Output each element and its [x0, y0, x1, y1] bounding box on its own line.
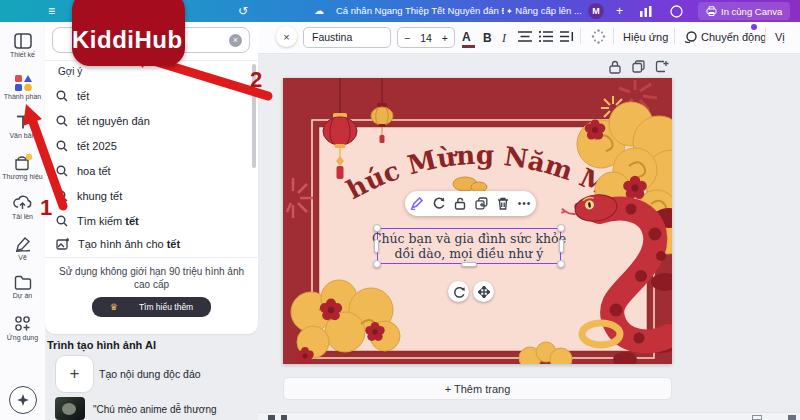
magic-star-icon — [16, 393, 30, 407]
align-button[interactable] — [518, 31, 532, 42]
add-page-button[interactable]: + Thêm trang — [283, 377, 672, 400]
effects-button[interactable]: Hiệu ứng — [623, 31, 668, 43]
sidebar-item-brand[interactable]: Thương hiệu — [0, 153, 45, 180]
pen-icon — [14, 236, 32, 252]
clock-icon[interactable] — [670, 5, 683, 18]
menu-icon[interactable]: ≡ — [48, 0, 55, 22]
timer-icon[interactable] — [281, 415, 287, 420]
suggestions-header: Gợi ý — [58, 66, 82, 77]
generate-image-row[interactable]: Tạo hình ảnh cho tết — [50, 232, 252, 255]
italic-button[interactable]: I — [502, 28, 506, 48]
color-swatch — [462, 45, 475, 48]
animate-icon[interactable] — [684, 30, 697, 43]
undo-icon[interactable]: ↺ — [238, 0, 248, 22]
clear-search-icon[interactable]: × — [229, 34, 242, 47]
more-options-icon[interactable]: ••• — [518, 199, 532, 209]
bottom-bar — [258, 412, 800, 420]
design-icon — [14, 33, 32, 49]
ai-generator-header: Trình tạo hình ảnh AI — [47, 339, 156, 351]
learn-more-button[interactable]: ♛Tìm hiểu thêm — [45, 296, 258, 317]
duplicate-icon[interactable] — [475, 197, 488, 210]
font-size-minus[interactable]: − — [404, 32, 410, 44]
upgrade-button[interactable]: ✦ Nâng cấp lên ... — [506, 0, 582, 23]
lock-page-icon[interactable] — [609, 60, 621, 74]
sidebar-item-projects[interactable]: Dự án — [0, 275, 45, 299]
promo-line1: Sử dụng không giới hạn 90 triệu hình ảnh — [45, 266, 258, 277]
document-title[interactable]: Cá nhân Ngang Thiệp Tết Nguyên đán Đỏ ..… — [336, 0, 504, 22]
suggestion-hoa-tet[interactable]: hoa tết — [50, 159, 252, 182]
bold-button[interactable]: B — [483, 28, 492, 48]
toolbar-separator — [765, 28, 766, 44]
brand-icon — [13, 153, 33, 171]
add-member-icon[interactable]: + — [616, 0, 623, 22]
printer-icon — [706, 6, 717, 16]
sidebar-item-apps[interactable]: Ứng dụng — [0, 315, 45, 341]
print-button[interactable]: In cùng Canva — [698, 2, 790, 20]
ai-prompt-caption: "Chú mèo anime dễ thương — [93, 404, 217, 415]
rotate-button[interactable] — [448, 281, 469, 302]
kiddihub-watermark: KiddiHub — [72, 0, 185, 66]
suggestion-tet-2025[interactable]: tết 2025 — [50, 134, 252, 157]
app-window: ≡ ↺ ☁ Cá nhân Ngang Thiệp Tết Nguyên đán… — [0, 0, 800, 420]
sidebar-item-design[interactable]: Thiết kế — [0, 33, 45, 58]
chart-icon[interactable] — [640, 6, 652, 17]
resize-handle-w[interactable] — [374, 239, 379, 253]
move-icon — [478, 286, 490, 298]
ai-cat-thumbnail[interactable] — [55, 397, 85, 420]
search-icon — [56, 115, 68, 127]
font-size-plus[interactable]: + — [442, 32, 448, 44]
pages-icon[interactable] — [788, 415, 796, 420]
zoom-control[interactable] — [752, 415, 762, 420]
sidebar-item-text[interactable]: Văn bản — [0, 114, 45, 139]
font-family-select[interactable]: Faustina — [303, 27, 391, 48]
position-button[interactable]: Vị — [775, 31, 785, 43]
duplicate-page-icon[interactable] — [632, 60, 645, 73]
magic-edit-icon[interactable] — [410, 197, 423, 210]
sidebar-item-elements[interactable]: Thành phần — [0, 74, 45, 100]
replace-icon[interactable] — [432, 197, 445, 210]
resize-handle-sw[interactable] — [373, 260, 381, 268]
bullet-list-button[interactable] — [539, 31, 553, 42]
resize-handle-se[interactable] — [557, 260, 565, 268]
font-size-stepper[interactable]: − 14 + — [397, 27, 455, 48]
move-button[interactable] — [473, 281, 494, 302]
magic-effects-icon[interactable] — [591, 29, 606, 44]
image-generate-icon — [56, 238, 69, 250]
spacing-button[interactable] — [560, 31, 574, 42]
panel-divider — [45, 257, 258, 258]
sidebar: Thiết kế Thành phần Văn bản Thương hiệu — [0, 22, 46, 420]
element-toolbar: ••• — [405, 191, 536, 216]
suggestion-tet-nguyen-dan[interactable]: tết nguyên đán — [50, 109, 252, 132]
add-page-icon[interactable] — [655, 60, 669, 73]
delete-icon[interactable] — [497, 197, 509, 210]
search-for-tet-row[interactable]: Tìm kiếm tết — [50, 209, 252, 232]
apps-icon — [14, 315, 31, 332]
resize-handle-nw[interactable] — [373, 224, 381, 232]
create-unique-content-button[interactable]: + — [55, 355, 94, 393]
animate-button[interactable]: Chuyển động — [701, 31, 766, 43]
design-canvas-page[interactable]: Chúc Mừng Năm Mới — [283, 78, 672, 364]
resize-handle-ne[interactable] — [557, 224, 565, 232]
sidebar-item-uploads[interactable]: Tải lên — [0, 195, 45, 220]
crown-icon: ♛ — [101, 300, 127, 315]
notes-icon[interactable] — [268, 415, 275, 420]
panel-scrollbar[interactable] — [252, 64, 256, 168]
search-icon — [56, 90, 68, 102]
search-icon — [56, 165, 68, 177]
suggestion-tet[interactable]: tết — [50, 84, 252, 107]
message-line2: dồi dào, mọi điều như ý — [395, 246, 544, 262]
sidebar-item-draw[interactable]: Vẽ — [0, 236, 45, 261]
magic-assistant-button[interactable] — [9, 386, 37, 414]
resize-handle-s[interactable] — [461, 262, 477, 267]
suggestion-khung-tet[interactable]: khung tết — [50, 184, 252, 207]
close-toolbar-button[interactable]: × — [276, 26, 297, 47]
lock-icon[interactable] — [454, 197, 466, 210]
selected-text-box[interactable]: Chúc bạn và gia đình sức khỏe dồi dào, m… — [377, 228, 561, 264]
rotate-icon — [453, 286, 465, 298]
resize-handle-e[interactable] — [559, 239, 564, 253]
font-size-value[interactable]: 14 — [420, 32, 432, 44]
message-line1: Chúc bạn và gia đình sức khỏe — [372, 231, 566, 247]
avatar[interactable]: M — [588, 3, 604, 19]
cat-image — [62, 403, 76, 415]
text-color-button[interactable]: A — [462, 27, 475, 48]
